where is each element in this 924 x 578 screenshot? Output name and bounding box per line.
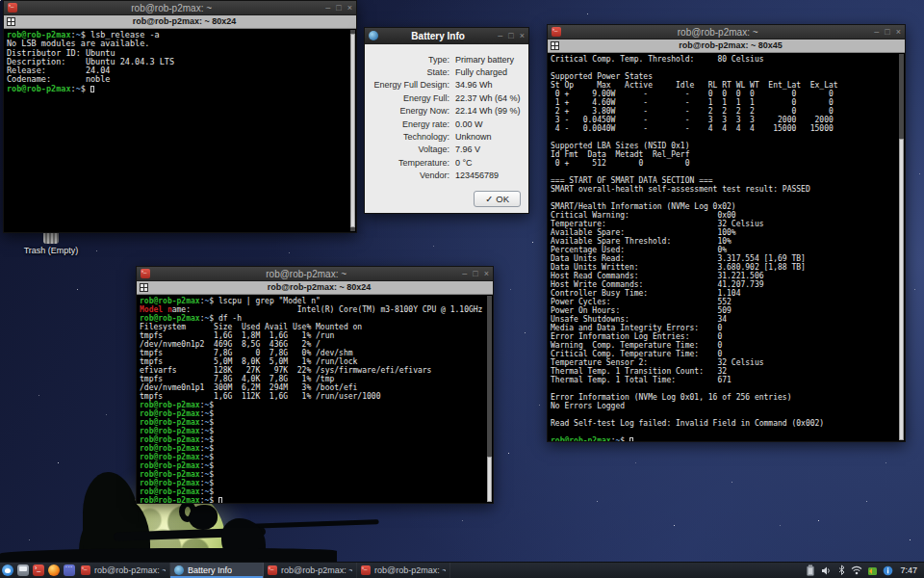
maximize-button[interactable]: □: [336, 1, 341, 15]
field-value: Primary battery: [455, 55, 521, 65]
terminal-line: Read Self-test Log failed: Invalid Field…: [551, 419, 897, 428]
taskbar-window-battery-info[interactable]: Battery Info: [170, 563, 264, 578]
field-value: 22.37 Wh (64 %): [455, 93, 521, 103]
applications-menu-icon: [2, 565, 13, 576]
terminal-content[interactable]: rob@rob-p2max:~$ lsb_release -aNo LSB mo…: [4, 29, 356, 232]
scrollbar-thumb[interactable]: [899, 139, 904, 440]
minimize-button[interactable]: –: [874, 25, 879, 39]
terminal-line: === START OF SMART DATA SECTION ===: [551, 176, 897, 185]
maximize-button[interactable]: □: [473, 267, 477, 281]
terminal-line: No Errors Logged: [551, 402, 897, 410]
firefox-launcher[interactable]: [46, 563, 62, 578]
field-value: 123456789: [455, 171, 521, 180]
battery-info-fields: Type:Primary batteryState:Fully chargedE…: [365, 53, 528, 182]
terminal-launcher[interactable]: [31, 563, 46, 578]
terminal-line: [551, 194, 897, 202]
terminal-content[interactable]: rob@rob-p2max:~$ lscpu | grep "Model n"M…: [137, 295, 493, 503]
terminal-icon: [361, 565, 371, 575]
terminal-line: Host Write Commands: 41.207.739: [551, 280, 897, 289]
scrollbar-thumb[interactable]: [350, 34, 355, 227]
window-controls: – □ ×: [874, 25, 901, 39]
terminal-line: Critical Comp. Temperature Time: 0: [551, 350, 897, 358]
terminal-text: rob@rob-p2max:~$ lsb_release -aNo LSB mo…: [7, 31, 348, 93]
clock[interactable]: 7:47: [897, 565, 922, 575]
close-button[interactable]: ×: [896, 25, 901, 39]
terminal-icon: [268, 565, 277, 575]
terminal-line: Data Units Written: 3.680.902 [1,88 TB]: [551, 263, 897, 272]
info-status-icon[interactable]: [882, 565, 893, 576]
terminal-line: Model name: Intel(R) Core(TM) m3-8100Y C…: [140, 305, 485, 314]
trash-desktop-icon[interactable]: Trash (Empty): [13, 231, 89, 255]
terminal-line: rob@rob-p2max:~$ df -h: [140, 314, 485, 323]
taskbar-window-terminal-1[interactable]: rob@rob-p2max: ~: [77, 563, 170, 578]
close-button[interactable]: ×: [520, 29, 525, 43]
window-title: rob@rob-p2max: ~: [154, 267, 458, 281]
terminal-line: rob@rob-p2max:~$: [140, 444, 485, 453]
field-value: 0 °C: [455, 158, 521, 168]
terminal-line: Temperature: 32 Celsius: [551, 220, 897, 228]
taskbar-button-label: rob@rob-p2max: ~: [94, 565, 166, 575]
terminal-line: Critical Comp. Temp. Threshold: 80 Celsi…: [551, 55, 897, 64]
terminal-content[interactable]: Critical Comp. Temp. Threshold: 80 Celsi…: [548, 53, 905, 441]
network-wireless-icon[interactable]: [851, 565, 862, 576]
minimize-button[interactable]: –: [498, 29, 502, 43]
bluetooth-icon[interactable]: [835, 565, 847, 576]
close-button[interactable]: ×: [484, 267, 489, 281]
window-grid-icon: [140, 283, 148, 292]
window-grid-icon: [7, 17, 15, 26]
battery-info-body: Type:Primary batteryState:Fully chargedE…: [365, 44, 528, 213]
ok-button[interactable]: ✓OK: [474, 191, 521, 207]
terminal-line: Filesystem Size Used Avail Use% Mounted …: [140, 323, 485, 331]
titlebar[interactable]: rob@rob-p2max: ~ – □ ×: [137, 267, 493, 281]
taskbar-window-terminal-3[interactable]: rob@rob-p2max: ~: [357, 563, 450, 578]
terminal-line: Thermal Temp. 1 Total Time: 671: [551, 376, 897, 384]
titlebar[interactable]: rob@rob-p2max: ~ – □ ×: [548, 25, 905, 39]
maximize-button[interactable]: □: [885, 25, 889, 39]
terminal-line: 3 - 0.0450W - - 3 3 3 3 2000 2000: [551, 116, 897, 124]
field-value: 0.00 W: [455, 119, 521, 129]
terminal-menubar[interactable]: rob@rob-p2max: ~ 80x24: [4, 15, 356, 29]
battery-tray-icon[interactable]: [805, 565, 816, 576]
applications-menu-button[interactable]: [0, 563, 15, 578]
window-title: rob@rob-p2max: ~: [21, 1, 321, 15]
terminal-line: 0 + 9.00W - - 0 0 0 0 0 0: [551, 90, 897, 98]
terminal-line: rob@rob-p2max:~$: [140, 435, 485, 444]
battery-info-row: State:Fully charged: [365, 66, 528, 78]
scrollbar-thumb[interactable]: [487, 457, 492, 502]
scrollbar[interactable]: [899, 54, 904, 440]
terminal-line: [551, 168, 897, 176]
software-updater-icon[interactable]: [866, 565, 878, 576]
field-value: Fully charged: [455, 67, 521, 77]
terminal-line: [551, 410, 897, 419]
close-button[interactable]: ×: [347, 1, 352, 15]
battery-info-row: Type:Primary battery: [365, 53, 528, 66]
volume-icon[interactable]: [820, 565, 832, 576]
firefox-icon: [48, 565, 60, 576]
terminal-line: Power On Hours: 509: [551, 306, 897, 315]
scrollbar[interactable]: [487, 296, 492, 502]
minimize-button[interactable]: –: [325, 1, 330, 15]
titlebar[interactable]: Battery Info – □ ×: [365, 28, 528, 44]
terminal-line: [551, 64, 897, 72]
titlebar[interactable]: rob@rob-p2max: ~ – □ ×: [4, 1, 356, 15]
taskbar-window-terminal-2[interactable]: rob@rob-p2max: ~: [264, 563, 357, 578]
field-label: Type:: [372, 55, 455, 65]
taskbar-button-label: rob@rob-p2max: ~: [374, 565, 446, 575]
terminal-line: [551, 384, 897, 393]
terminal-line: Thermal Temp. 1 Transition Count: 32: [551, 367, 897, 376]
window-title: Battery Info: [382, 28, 494, 44]
field-value: 34.96 Wh: [455, 80, 521, 90]
minimize-button[interactable]: –: [462, 267, 467, 281]
messenger-launcher[interactable]: [62, 563, 77, 578]
terminal-menubar[interactable]: rob@rob-p2max: ~ 80x45: [548, 39, 905, 53]
scrollbar[interactable]: [350, 30, 355, 231]
terminal-line: 0 + 512 0 0: [551, 159, 897, 168]
restore-button[interactable]: □: [508, 29, 513, 43]
terminal-line: /dev/nvme0n1p2 469G 8,5G 436G 2% /: [140, 340, 485, 349]
field-label: Energy Now:: [372, 106, 455, 116]
terminal-line: Supported LBA Sizes (NSID 0x1): [551, 142, 897, 150]
battery-info-row: Technology:Unknown: [365, 130, 528, 143]
file-manager-launcher[interactable]: [15, 563, 31, 578]
window-title: rob@rob-p2max: ~: [565, 25, 870, 39]
terminal-menubar[interactable]: rob@rob-p2max: ~ 80x24: [137, 281, 493, 295]
